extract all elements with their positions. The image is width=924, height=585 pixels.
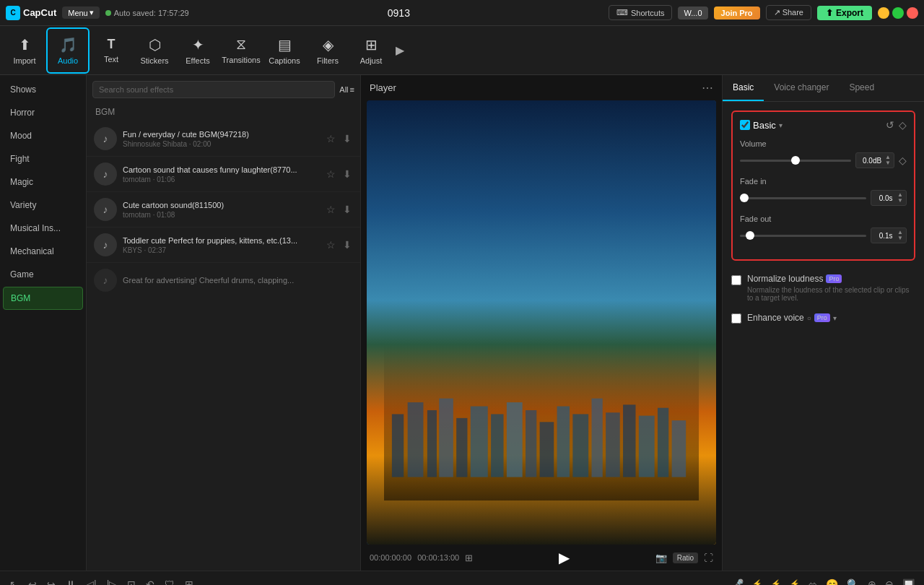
play-button[interactable]: ▶	[559, 549, 570, 566]
volume-diamond-button[interactable]: ◇	[899, 155, 907, 166]
list-item[interactable]: ♪ Toddler cute Perfect for puppies, kitt…	[87, 228, 360, 263]
download-button-1[interactable]: ⬇	[341, 131, 353, 146]
sidebar-item-bgm[interactable]: BGM	[3, 287, 83, 310]
w-button[interactable]: W...0	[678, 6, 707, 20]
toolbar-filters[interactable]: ◈ Filters	[306, 27, 349, 74]
download-button-4[interactable]: ⬇	[341, 238, 353, 252]
toolbar-stickers[interactable]: ⬡ Stickers	[133, 27, 176, 74]
volume-down-button[interactable]: ▼	[885, 160, 891, 166]
normalize-checkbox[interactable]	[731, 275, 741, 285]
connect-button-3[interactable]: ⚡	[786, 576, 803, 586]
enhance-info-icon: ▾	[833, 314, 837, 322]
capture-button[interactable]: 📷	[655, 552, 667, 563]
connect-button-1[interactable]: ⚡	[749, 576, 766, 586]
right-panel: Basic Voice changer Speed Basic ▾ ↺ ◇	[722, 75, 924, 571]
list-item[interactable]: ♪ Fun / everyday / cute BGM(947218) Shin…	[87, 121, 360, 157]
emoji-button[interactable]: 😊	[822, 576, 842, 586]
all-filter-button[interactable]: All ≡	[339, 85, 354, 94]
tab-basic[interactable]: Basic	[723, 75, 764, 101]
list-item[interactable]: ♪ Cartoon sound that causes funny laught…	[87, 157, 360, 192]
sidebar-item-fight[interactable]: Fight	[3, 148, 83, 170]
svg-rect-3	[439, 399, 453, 477]
list-item: ♪ Great for advertising! Cheerful drums,…	[87, 263, 360, 298]
sidebar-item-magic[interactable]: Magic	[3, 171, 83, 193]
reset-button[interactable]: ↺	[886, 119, 894, 131]
share-button[interactable]: ↗ Share	[766, 5, 811, 20]
sidebar-item-mood[interactable]: Mood	[3, 125, 83, 147]
select-tool-button[interactable]: ↖	[6, 576, 22, 586]
zoom-in-button[interactable]: ⊕	[864, 576, 880, 586]
shield-button[interactable]: 🛡	[161, 576, 178, 586]
connect-button-2[interactable]: ⚡	[767, 576, 785, 586]
enhance-checkbox[interactable]	[731, 313, 741, 324]
sidebar-item-game[interactable]: Game	[3, 264, 83, 285]
search-timeline-button[interactable]: 🔍	[843, 576, 863, 586]
toolbar-audio[interactable]: 🎵 Audio	[46, 27, 90, 74]
toolbar-captions[interactable]: ▤ Captions	[263, 27, 306, 74]
tab-speed[interactable]: Speed	[839, 75, 884, 101]
toolbar-audio-label: Audio	[58, 56, 78, 65]
toolbar-adjust[interactable]: ⊞ Adjust	[349, 27, 393, 74]
audio-thumb-3: ♪	[94, 198, 117, 221]
search-input[interactable]	[92, 81, 335, 98]
diamond-button[interactable]: ◇	[899, 119, 907, 131]
redo-button[interactable]: ↪	[43, 576, 59, 586]
toolbar-text[interactable]: T Text	[90, 27, 133, 74]
shortcuts-button[interactable]: ⌨ Shortcuts	[609, 5, 672, 20]
sidebar-item-musical[interactable]: Musical Ins...	[3, 217, 83, 239]
svg-rect-11	[573, 415, 589, 477]
tab-voice-changer[interactable]: Voice changer	[764, 75, 839, 101]
sidebar-item-variety[interactable]: Variety	[3, 194, 83, 216]
timeline-right-tools: 🎤 ⚡ ⚡ ⚡ ⬄ 😊 🔍 ⊕ ⊖ 🔲	[728, 576, 918, 586]
volume-slider[interactable]	[740, 160, 851, 162]
download-button-2[interactable]: ⬇	[341, 167, 353, 181]
timeline-view-button[interactable]: ⊞	[465, 552, 473, 563]
rotate-button[interactable]: ↶	[142, 576, 158, 586]
sidebar-item-shows[interactable]: Shows	[3, 79, 83, 100]
favorite-button-4[interactable]: ☆	[325, 238, 337, 252]
trim-left-button[interactable]: ◁|	[82, 576, 100, 586]
fade-in-label: Fade in	[740, 177, 907, 186]
favorite-button-2[interactable]: ☆	[325, 167, 337, 181]
fullscreen-button[interactable]: ⛶	[704, 552, 713, 563]
toolbar-more-button[interactable]: ▶	[393, 27, 407, 74]
menu-button[interactable]: Menu ▾	[62, 6, 100, 19]
maximize-button[interactable]	[892, 7, 904, 19]
list-item[interactable]: ♪ Cute cartoon sound(811500) tomotam · 0…	[87, 192, 360, 228]
fade-out-slider[interactable]	[740, 235, 866, 237]
sidebar-item-mechanical[interactable]: Mechanical	[3, 240, 83, 262]
sidebar-item-horror[interactable]: Horror	[3, 102, 83, 124]
split-button[interactable]: ⏸	[62, 576, 79, 586]
undo-button[interactable]: ↩	[25, 576, 40, 586]
mic-button[interactable]: 🎤	[728, 576, 747, 586]
basic-checkbox[interactable]	[740, 120, 750, 130]
fade-in-slider[interactable]	[740, 197, 866, 199]
toolbar-transitions[interactable]: ⧖ Transitions	[219, 27, 263, 74]
zoom-out-button[interactable]: ⊖	[881, 576, 897, 586]
fade-in-down-button[interactable]: ▼	[897, 198, 903, 204]
project-name: 0913	[195, 7, 603, 19]
toolbar-effects[interactable]: ✦ Effects	[176, 27, 219, 74]
fade-out-label: Fade out	[740, 214, 907, 223]
audio-info-4: Toddler cute Perfect for puppies, kitten…	[123, 236, 319, 254]
video-placeholder	[367, 100, 716, 545]
link-button[interactable]: ⬄	[805, 576, 821, 586]
svg-rect-7	[507, 402, 523, 477]
minimize-button[interactable]	[878, 7, 889, 19]
favorite-button-1[interactable]: ☆	[325, 131, 337, 146]
player-menu-button[interactable]: ⋯	[702, 81, 713, 95]
join-pro-button[interactable]: Join Pro	[714, 6, 760, 20]
export-button[interactable]: ⬆ Export	[817, 6, 872, 20]
fade-out-value: 0.1s	[874, 232, 897, 240]
add-track-button[interactable]: ⊞	[181, 576, 197, 586]
fit-view-button[interactable]: 🔲	[899, 576, 918, 586]
favorite-button-3[interactable]: ☆	[325, 202, 337, 217]
download-button-3[interactable]: ⬇	[341, 202, 353, 217]
toolbar-import[interactable]: ⬆ Import	[3, 27, 46, 74]
close-button[interactable]	[907, 7, 918, 19]
top-bar: C CapCut Menu ▾ Auto saved: 17:57:29 091…	[0, 0, 924, 26]
fade-out-down-button[interactable]: ▼	[897, 235, 903, 241]
delete-button[interactable]: ⊡	[123, 576, 139, 586]
trim-right-button[interactable]: |▷	[103, 576, 121, 586]
ratio-button[interactable]: Ratio	[673, 552, 698, 563]
